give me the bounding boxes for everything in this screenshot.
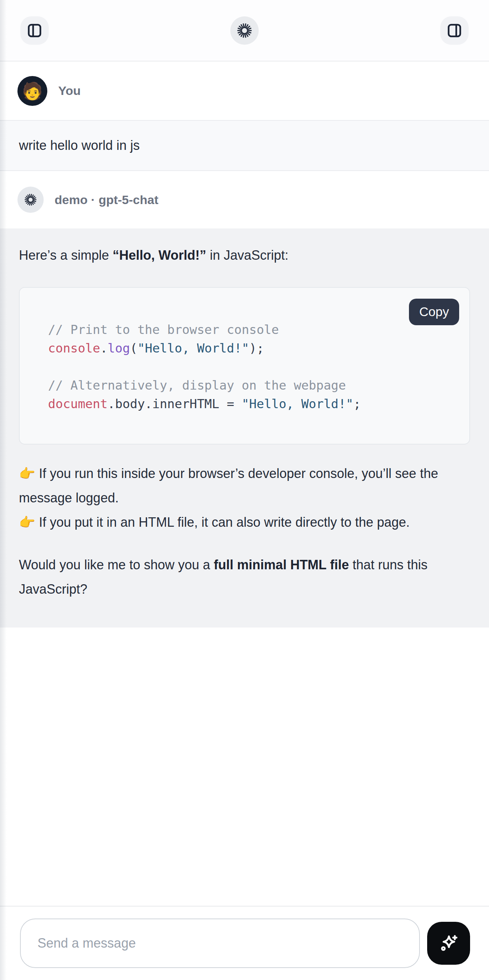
code-line: // Alternatively, display on the webpage [48,376,441,395]
assistant-intro-text: Here’s a simple “Hello, World!” in JavaS… [19,243,470,267]
code-block: Copy // Print to the browser console con… [19,287,470,444]
code-content: // Print to the browser console console.… [48,320,441,413]
code-line-blank [48,358,441,376]
person-emoji: 🧑 [22,83,43,99]
user-author-row: 🧑 You [0,62,489,120]
user-avatar: 🧑 [18,76,47,106]
user-message-band: write hello world in js [0,120,489,171]
assistant-message-band: Here’s a simple “Hello, World!” in JavaS… [0,228,489,627]
user-author-name: You [58,84,81,98]
model-button[interactable] [230,16,259,45]
chat-app: 🧑 You write hello world in js demo · gpt… [0,0,489,980]
code-line: // Print to the browser console [48,320,441,339]
top-bar [0,0,489,62]
sparkles-icon [437,932,460,955]
assistant-avatar [18,187,44,213]
user-message: 🧑 You write hello world in js [0,62,489,171]
pointing-right-emoji: 👉 [19,515,35,530]
assistant-followup-text: Would you like me to show you a full min… [19,552,470,601]
right-panel-toggle-button[interactable] [440,16,468,45]
starburst-icon [24,193,37,206]
message-input[interactable] [20,918,420,968]
composer [0,906,489,980]
pointing-right-emoji: 👉 [19,466,35,481]
panel-right-icon [446,22,463,39]
code-line: console.log("Hello, World!"); [48,339,441,358]
copy-button[interactable]: Copy [409,299,459,325]
chat-scroll-area[interactable]: 🧑 You write hello world in js demo · gpt… [0,62,489,906]
assistant-author-name: demo · gpt-5-chat [54,193,158,207]
user-message-text: write hello world in js [19,138,140,153]
panel-left-icon [26,22,43,39]
send-button[interactable] [427,922,470,965]
code-line: document.body.innerHTML = "Hello, World!… [48,395,441,413]
empty-chat-space [0,627,489,906]
tip-line: 👉 If you put it in an HTML file, it can … [19,510,470,535]
assistant-tips: 👉 If you run this inside your browser’s … [19,461,470,535]
starburst-icon [236,22,253,38]
tip-line: 👉 If you run this inside your browser’s … [19,461,470,510]
assistant-author-row: demo · gpt-5-chat [0,171,489,228]
assistant-message: demo · gpt-5-chat Here’s a simple “Hello… [0,171,489,627]
sidebar-toggle-button[interactable] [21,16,49,45]
